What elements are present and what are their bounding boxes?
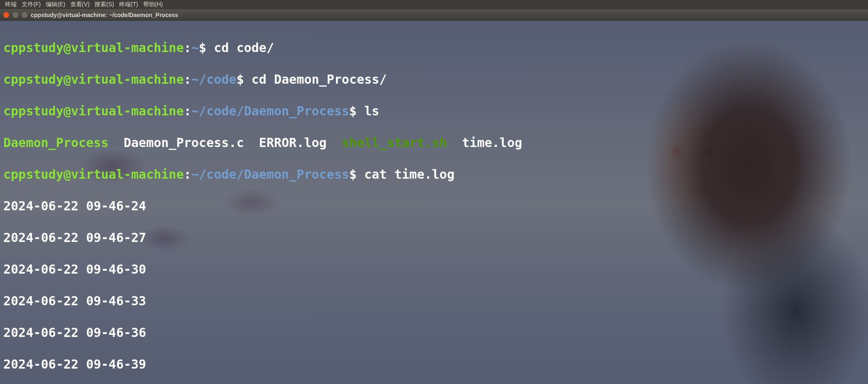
prompt-path: ~ [192, 40, 199, 55]
prompt-dollar: $ [199, 40, 214, 55]
ls-source-file: Daemon_Process.c [124, 135, 244, 150]
menu-help[interactable]: 帮助(H) [142, 0, 164, 9]
prompt-dollar: $ [236, 72, 251, 87]
terminal-text: cppstudy@virtual-machine:~$ cd code/ cpp… [0, 21, 868, 384]
minimize-button[interactable] [12, 12, 18, 18]
command-text: ls [364, 104, 379, 118]
log-line: 2024-06-22 09-46-36 [3, 325, 865, 341]
ls-executable: Daemon_Process [3, 135, 109, 150]
prompt-sep: : [184, 40, 191, 55]
command-text: cd code/ [214, 40, 274, 55]
menu-edit[interactable]: 编辑(E) [44, 0, 67, 9]
log-line: 2024-06-22 09-46-27 [3, 230, 865, 246]
menu-search[interactable]: 搜索(S) [93, 0, 116, 9]
prompt-sep: : [184, 104, 191, 118]
command-text: cat time.log [364, 167, 455, 182]
prompt-path: ~/code [192, 72, 236, 87]
prompt-userhost: cppstudy@virtual-machine [3, 167, 184, 182]
menu-file[interactable]: 文件(F) [20, 0, 42, 9]
log-line: 2024-06-22 09-46-39 [3, 357, 865, 372]
menu-view[interactable]: 查看(V) [69, 0, 92, 9]
close-button[interactable] [3, 12, 9, 18]
menubar: 终端 文件(F) 编辑(E) 查看(V) 搜索(S) 终端(T) 帮助(H) [0, 0, 868, 9]
prompt-userhost: cppstudy@virtual-machine [3, 104, 184, 118]
menubar-app-label: 终端 [3, 0, 18, 9]
window-title: cppstudy@virtual-machine: ~/code/Daemon_… [31, 12, 178, 18]
ls-shell-script: shell_start.sh [342, 135, 447, 150]
prompt-userhost: cppstudy@virtual-machine [3, 40, 184, 55]
titlebar: cppstudy@virtual-machine: ~/code/Daemon_… [0, 9, 868, 21]
command-text: cd Daemon_Process/ [251, 72, 387, 87]
prompt-path: ~/code/Daemon_Process [192, 104, 349, 118]
ls-error-log: ERROR.log [259, 135, 327, 150]
terminal-area[interactable]: cppstudy@virtual-machine:~$ cd code/ cpp… [0, 21, 868, 384]
prompt-dollar: $ [349, 167, 364, 182]
prompt-userhost: cppstudy@virtual-machine [3, 72, 184, 87]
log-line: 2024-06-22 09-46-30 [3, 262, 865, 277]
prompt-dollar: $ [349, 104, 364, 118]
log-line: 2024-06-22 09-46-24 [3, 198, 865, 214]
window-controls [3, 12, 27, 18]
maximize-button[interactable] [22, 12, 27, 18]
menu-terminal[interactable]: 终端(T) [117, 0, 140, 9]
prompt-sep: : [184, 167, 191, 182]
prompt-sep: : [184, 72, 191, 87]
prompt-path: ~/code/Daemon_Process [192, 167, 349, 182]
ls-time-log: time.log [462, 135, 522, 150]
log-line: 2024-06-22 09-46-33 [3, 293, 865, 309]
